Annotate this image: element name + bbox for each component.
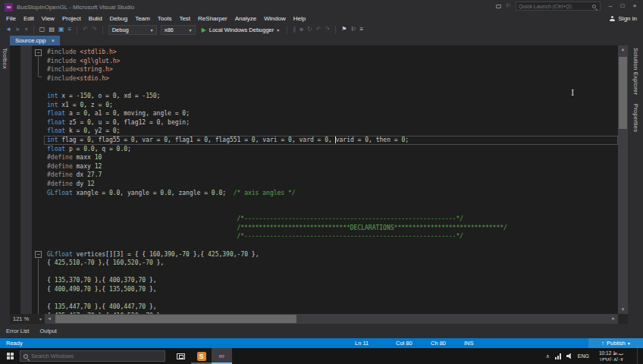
code-line-13[interactable]: #define maxx 10 bbox=[44, 153, 618, 162]
language-indicator[interactable]: ENG bbox=[578, 353, 589, 359]
taskbar-app-visual-studio[interactable]: ∞ bbox=[212, 348, 232, 364]
code-line-22[interactable]: /*--------------------------------------… bbox=[44, 232, 618, 241]
show-desktop-button[interactable] bbox=[637, 348, 641, 364]
side-tab-properties[interactable]: Properties bbox=[632, 104, 639, 132]
save-icon[interactable]: ▣ bbox=[58, 24, 64, 35]
code-line-25[interactable]: { 425,510,-70 },{ 160,520,-70 }, bbox=[44, 259, 618, 268]
solution-platform-dropdown[interactable]: x86 ▾ bbox=[161, 25, 196, 35]
code-line-11[interactable]: int flag = 0, flag55 = 0, var = 0, flag1… bbox=[44, 136, 618, 145]
code-line-3[interactable]: #include<string.h> bbox=[44, 65, 618, 74]
code-line-24[interactable]: GLfloat vertices[][3] = { { 160,390,-70 … bbox=[44, 250, 618, 259]
code-line-28[interactable]: { 400,490,70 },{ 135,500,70 }, bbox=[44, 285, 618, 294]
menu-tools[interactable]: Tools bbox=[154, 15, 176, 22]
menu-help[interactable]: Help bbox=[290, 15, 309, 22]
pause-icon[interactable]: ∥ bbox=[293, 24, 296, 35]
close-button[interactable]: × bbox=[629, 2, 640, 11]
redo-icon[interactable]: ↷ bbox=[92, 24, 97, 35]
code-line-15[interactable]: #define dx 27.7 bbox=[44, 171, 618, 180]
code-line-26[interactable] bbox=[44, 268, 618, 277]
horizontal-scrollbar-thumb[interactable] bbox=[55, 315, 296, 323]
code-line-30[interactable]: { 135,447,70 },{ 400,447,70 }, bbox=[44, 303, 618, 312]
menu-project[interactable]: Project bbox=[58, 15, 85, 22]
bookmark-icon[interactable]: ⚑ bbox=[341, 24, 347, 35]
zoom-control[interactable]: 121 % ▾ bbox=[10, 314, 45, 324]
tab-source-cpp[interactable]: Source.cpp × bbox=[10, 36, 60, 46]
undo-icon[interactable]: ↶ bbox=[83, 24, 88, 35]
code-line-8[interactable]: float a = 0, a1 = 0, moving, angle = 0; bbox=[44, 109, 618, 118]
tab-close-icon[interactable]: × bbox=[51, 37, 55, 44]
list-icon[interactable]: ≡ bbox=[360, 24, 364, 35]
fold-collapse-button[interactable]: − bbox=[35, 251, 42, 258]
menu-team[interactable]: Team bbox=[131, 15, 154, 22]
code-line-19[interactable] bbox=[44, 206, 618, 215]
code-line-4[interactable]: #include<stdio.h> bbox=[44, 74, 618, 83]
menu-file[interactable]: File bbox=[2, 15, 20, 22]
nav-dropdown-icon[interactable]: ▾ bbox=[25, 24, 28, 35]
menu-window[interactable]: Window bbox=[260, 15, 289, 22]
scroll-right-icon[interactable]: ► bbox=[609, 314, 618, 324]
code-line-20[interactable]: /*--------------------------------------… bbox=[44, 215, 618, 224]
code-line-23[interactable] bbox=[44, 241, 618, 250]
code-line-9[interactable]: float z5 = 0, u = 0, flag12 = 0, begin; bbox=[44, 118, 618, 127]
stop-icon[interactable]: ■ bbox=[300, 24, 303, 35]
taskbar-clock[interactable]: 10:12 ب.ظ ۱۳۹۶/۰۸/۰۷ bbox=[594, 350, 628, 362]
restart-icon[interactable]: ↻ bbox=[307, 24, 312, 35]
feedback-icon[interactable] bbox=[496, 5, 501, 8]
sign-in-area[interactable]: Sign in bbox=[610, 14, 637, 24]
menu-view[interactable]: View bbox=[38, 15, 58, 22]
maximize-button[interactable]: □ bbox=[617, 2, 628, 11]
menu-edit[interactable]: Edit bbox=[20, 15, 38, 22]
vertical-scrollbar[interactable]: ▲ ▼ bbox=[618, 46, 628, 314]
code-line-18[interactable] bbox=[44, 197, 618, 206]
menu-debug[interactable]: Debug bbox=[106, 15, 132, 22]
flag-icon[interactable]: ⚐ bbox=[350, 24, 356, 35]
publish-button[interactable]: ↑ Publish ▾ bbox=[588, 338, 643, 348]
code-line-5[interactable] bbox=[44, 83, 618, 92]
start-button[interactable] bbox=[0, 348, 20, 364]
menu-test[interactable]: Test bbox=[175, 15, 194, 22]
code-line-2[interactable]: #include <gl\glut.h> bbox=[44, 57, 618, 66]
vertical-scrollbar-thumb[interactable] bbox=[619, 57, 627, 129]
new-file-icon[interactable]: ▢ bbox=[39, 24, 45, 35]
code-line-6[interactable]: int x = -150, o = 0, xd = -150; bbox=[44, 92, 618, 101]
quick-launch-input[interactable] bbox=[516, 4, 592, 9]
code-line-12[interactable]: float p = 0.0, q = 0.0; bbox=[44, 145, 618, 154]
code-line-27[interactable]: { 135,370,70 },{ 400,370,70 }, bbox=[44, 276, 618, 285]
save-all-icon[interactable]: ≡ bbox=[68, 24, 72, 35]
panel-tab-output[interactable]: Output bbox=[39, 328, 57, 334]
scroll-down-icon[interactable]: ▼ bbox=[618, 306, 628, 314]
sign-in-label[interactable]: Sign in bbox=[619, 15, 637, 22]
notifications-flag-icon[interactable]: ⚐ bbox=[506, 2, 511, 10]
minimize-button[interactable]: – bbox=[605, 2, 616, 11]
horizontal-scrollbar[interactable] bbox=[54, 314, 609, 324]
navigate-back-icon[interactable]: ◄ bbox=[5, 24, 11, 35]
taskbar-app-sublime-text[interactable]: S bbox=[191, 348, 212, 364]
start-debugging-button[interactable]: ▶ Local Windows Debugger ▾ bbox=[199, 27, 282, 33]
menu-build[interactable]: Build bbox=[85, 15, 106, 22]
code-line-1[interactable]: #include <stdlib.h> bbox=[44, 48, 618, 57]
step-back-icon[interactable]: ↶ bbox=[316, 24, 322, 35]
code-line-7[interactable]: int x1 = 0, z = 0; bbox=[44, 101, 618, 110]
navigate-forward-icon[interactable]: ► bbox=[15, 24, 21, 35]
breakpoint-margin[interactable] bbox=[10, 46, 20, 314]
scroll-left-icon[interactable]: ◄ bbox=[45, 314, 54, 324]
solution-configuration-dropdown[interactable]: Debug ▾ bbox=[108, 25, 157, 35]
taskbar-app-task-view[interactable] bbox=[171, 348, 191, 364]
hidden-icons-chevron-icon[interactable]: ∧ bbox=[546, 353, 550, 359]
scroll-up-icon[interactable]: ▲ bbox=[618, 46, 628, 54]
volume-icon[interactable] bbox=[566, 353, 572, 359]
code-line-17[interactable]: GLfloat xangle = 0.0, yangle = 0.0, zang… bbox=[44, 189, 618, 198]
code-text-area[interactable]: #include <stdlib.h>#include <gl\glut.h>#… bbox=[44, 46, 618, 314]
menu-analyze[interactable]: Analyze bbox=[231, 15, 260, 22]
network-signal-icon[interactable] bbox=[555, 353, 561, 359]
code-editor[interactable]: #include <stdlib.h>#include <gl\glut.h>#… bbox=[10, 46, 628, 314]
taskbar-search-input[interactable] bbox=[31, 353, 162, 359]
code-line-29[interactable] bbox=[44, 294, 618, 303]
open-file-icon[interactable]: ▤ bbox=[49, 24, 55, 35]
code-line-10[interactable]: float k = 0, y2 = 0; bbox=[44, 127, 618, 136]
code-line-16[interactable]: #define dy 12 bbox=[44, 180, 618, 189]
side-tab-toolbox[interactable]: Toolbox bbox=[2, 48, 8, 69]
panel-tab-error-list[interactable]: Error List bbox=[6, 328, 29, 334]
menu-resharper[interactable]: ReSharper bbox=[194, 15, 231, 22]
step-forward-icon[interactable]: ↷ bbox=[325, 24, 331, 35]
